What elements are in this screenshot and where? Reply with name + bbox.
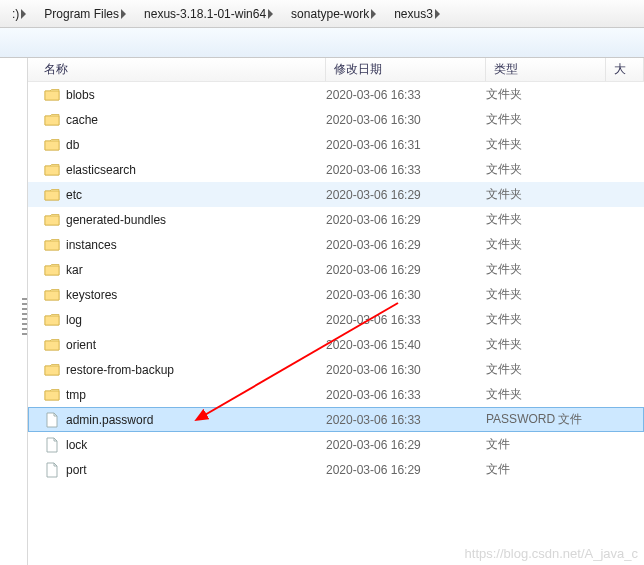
cell-date: 2020-03-06 16:33 xyxy=(326,313,486,327)
column-label: 大 xyxy=(614,61,626,78)
breadcrumb-label: :) xyxy=(12,7,19,21)
folder-row[interactable]: etc2020-03-06 16:29文件夹 xyxy=(28,182,644,207)
folder-row[interactable]: kar2020-03-06 16:29文件夹 xyxy=(28,257,644,282)
cell-type: 文件夹 xyxy=(486,361,626,378)
folder-icon xyxy=(44,137,60,153)
breadcrumb-segment[interactable]: Program Files xyxy=(34,0,134,27)
folder-row[interactable]: restore-from-backup2020-03-06 16:30文件夹 xyxy=(28,357,644,382)
cell-type: 文件夹 xyxy=(486,261,626,278)
folder-icon xyxy=(44,87,60,103)
nav-pane-collapsed[interactable] xyxy=(0,58,28,565)
file-name: kar xyxy=(66,263,83,277)
file-name: lock xyxy=(66,438,87,452)
file-list-pane[interactable]: 名称 修改日期 类型 大 blobs2020-03-06 16:33文件夹cac… xyxy=(28,58,644,565)
column-label: 修改日期 xyxy=(334,61,382,78)
chevron-right-icon xyxy=(268,9,273,19)
file-name: tmp xyxy=(66,388,86,402)
column-header-type[interactable]: 类型 xyxy=(486,58,606,81)
folder-row[interactable]: log2020-03-06 16:33文件夹 xyxy=(28,307,644,332)
cell-date: 2020-03-06 16:30 xyxy=(326,363,486,377)
folder-icon xyxy=(44,362,60,378)
folder-row[interactable]: generated-bundles2020-03-06 16:29文件夹 xyxy=(28,207,644,232)
column-header-size[interactable]: 大 xyxy=(606,58,644,81)
cell-name: generated-bundles xyxy=(44,212,326,228)
cell-name: lock xyxy=(44,437,326,453)
folder-row[interactable]: tmp2020-03-06 16:33文件夹 xyxy=(28,382,644,407)
file-row[interactable]: port2020-03-06 16:29文件 xyxy=(28,457,644,482)
cell-date: 2020-03-06 16:30 xyxy=(326,288,486,302)
cell-date: 2020-03-06 16:33 xyxy=(326,163,486,177)
cell-date: 2020-03-06 16:31 xyxy=(326,138,486,152)
chevron-right-icon xyxy=(371,9,376,19)
breadcrumb-segment[interactable]: nexus3 xyxy=(384,0,448,27)
file-name: restore-from-backup xyxy=(66,363,174,377)
file-name: admin.password xyxy=(66,413,153,427)
cell-type: 文件夹 xyxy=(486,336,626,353)
file-row[interactable]: lock2020-03-06 16:29文件 xyxy=(28,432,644,457)
cell-type: 文件 xyxy=(486,461,626,478)
folder-row[interactable]: db2020-03-06 16:31文件夹 xyxy=(28,132,644,157)
folder-icon xyxy=(44,212,60,228)
file-name: orient xyxy=(66,338,96,352)
folder-icon xyxy=(44,287,60,303)
cell-name: blobs xyxy=(44,87,326,103)
folder-row[interactable]: orient2020-03-06 15:40文件夹 xyxy=(28,332,644,357)
cell-type: PASSWORD 文件 xyxy=(486,411,626,428)
file-name: db xyxy=(66,138,79,152)
file-rows: blobs2020-03-06 16:33文件夹cache2020-03-06 … xyxy=(28,82,644,482)
file-icon xyxy=(44,462,60,478)
breadcrumb-segment[interactable]: :) xyxy=(2,0,34,27)
cell-name: elasticsearch xyxy=(44,162,326,178)
cell-name: keystores xyxy=(44,287,326,303)
cell-type: 文件夹 xyxy=(486,311,626,328)
folder-row[interactable]: keystores2020-03-06 16:30文件夹 xyxy=(28,282,644,307)
folder-icon xyxy=(44,112,60,128)
cell-name: kar xyxy=(44,262,326,278)
folder-icon xyxy=(44,312,60,328)
column-label: 类型 xyxy=(494,61,518,78)
folder-row[interactable]: instances2020-03-06 16:29文件夹 xyxy=(28,232,644,257)
file-name: cache xyxy=(66,113,98,127)
chevron-right-icon xyxy=(435,9,440,19)
cell-date: 2020-03-06 16:29 xyxy=(326,438,486,452)
cell-date: 2020-03-06 16:29 xyxy=(326,463,486,477)
chevron-right-icon xyxy=(121,9,126,19)
cell-date: 2020-03-06 16:29 xyxy=(326,188,486,202)
column-header-name[interactable]: 名称 xyxy=(28,58,326,81)
folder-row[interactable]: cache2020-03-06 16:30文件夹 xyxy=(28,107,644,132)
cell-date: 2020-03-06 16:29 xyxy=(326,263,486,277)
breadcrumb-label: nexus-3.18.1-01-win64 xyxy=(144,7,266,21)
cell-name: log xyxy=(44,312,326,328)
file-name: elasticsearch xyxy=(66,163,136,177)
cell-date: 2020-03-06 16:33 xyxy=(326,88,486,102)
cell-type: 文件 xyxy=(486,436,626,453)
column-header-date[interactable]: 修改日期 xyxy=(326,58,486,81)
cell-type: 文件夹 xyxy=(486,186,626,203)
folder-row[interactable]: blobs2020-03-06 16:33文件夹 xyxy=(28,82,644,107)
breadcrumb-segment[interactable]: nexus-3.18.1-01-win64 xyxy=(134,0,281,27)
file-icon xyxy=(44,437,60,453)
breadcrumb[interactable]: :) Program Files nexus-3.18.1-01-win64 s… xyxy=(0,0,644,28)
main-area: 名称 修改日期 类型 大 blobs2020-03-06 16:33文件夹cac… xyxy=(0,58,644,565)
file-name: instances xyxy=(66,238,117,252)
cell-type: 文件夹 xyxy=(486,111,626,128)
folder-row[interactable]: elasticsearch2020-03-06 16:33文件夹 xyxy=(28,157,644,182)
folder-icon xyxy=(44,187,60,203)
column-label: 名称 xyxy=(44,61,68,78)
breadcrumb-segment[interactable]: sonatype-work xyxy=(281,0,384,27)
toolbar xyxy=(0,28,644,58)
file-name: generated-bundles xyxy=(66,213,166,227)
chevron-right-icon xyxy=(21,9,26,19)
cell-date: 2020-03-06 16:29 xyxy=(326,213,486,227)
file-row[interactable]: admin.password2020-03-06 16:33PASSWORD 文… xyxy=(28,407,644,432)
cell-name: etc xyxy=(44,187,326,203)
file-name: blobs xyxy=(66,88,95,102)
cell-date: 2020-03-06 16:29 xyxy=(326,238,486,252)
drag-handle-icon[interactable] xyxy=(22,298,27,338)
cell-type: 文件夹 xyxy=(486,211,626,228)
cell-date: 2020-03-06 15:40 xyxy=(326,338,486,352)
file-icon xyxy=(44,412,60,428)
cell-name: tmp xyxy=(44,387,326,403)
folder-icon xyxy=(44,162,60,178)
breadcrumb-label: sonatype-work xyxy=(291,7,369,21)
